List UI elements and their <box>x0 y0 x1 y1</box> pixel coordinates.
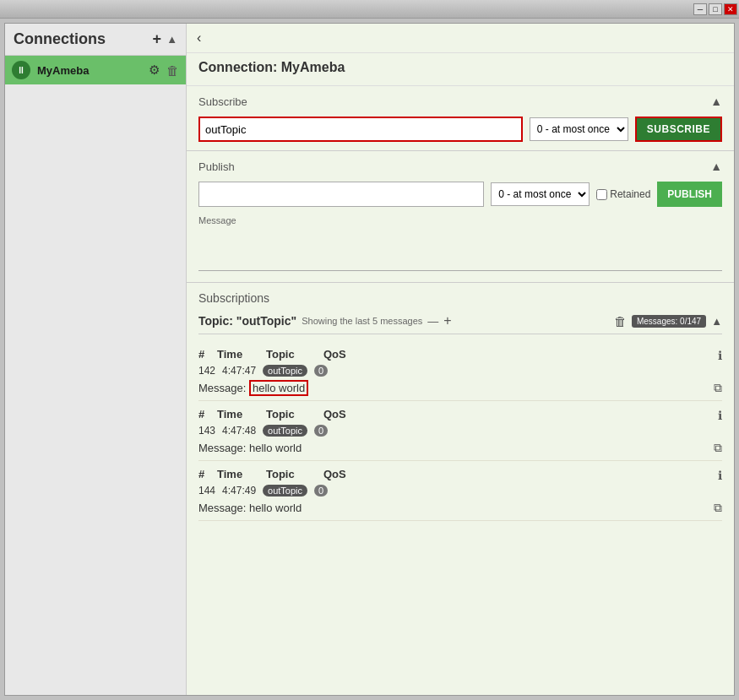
msg-detail-row-2: 143 4:47:48 outTopic 0 <box>198 425 722 439</box>
maximize-button[interactable]: □ <box>709 3 722 15</box>
subscriptions-label: Subscriptions <box>198 291 722 305</box>
msg-content-1: Message: hello world <box>198 382 714 394</box>
right-panel: ‹ Connection: MyAmeba Subscribe ▲ 0 - at… <box>187 24 734 695</box>
title-bar: ─ □ ✕ <box>0 0 739 19</box>
topic-collapse-icon[interactable]: ▲ <box>711 315 722 328</box>
message-entry-1: # Time Topic QoS ℹ 142 4:47:47 outTopic … <box>198 341 722 401</box>
msg-text-highlighted-1: hello world <box>249 380 308 396</box>
msg-topic-badge-3: outTopic <box>263 485 307 497</box>
subscribe-section: Subscribe ▲ 0 - at most once 1 - at leas… <box>187 86 734 151</box>
sidebar-title: Connections <box>14 30 106 48</box>
subscriptions-section: Subscriptions Topic: "outTopic" Showing … <box>187 283 734 529</box>
collapse-sidebar-icon[interactable]: ▲ <box>166 33 177 46</box>
msg-content-row-2: Message: hello world ⧉ <box>198 441 722 455</box>
msg-meta-1: # Time Topic QoS <box>198 346 357 362</box>
topic-header-icons: 🗑 Messages: 0/147 ▲ <box>614 314 722 328</box>
subscribe-collapse-btn[interactable]: ▲ <box>710 95 722 108</box>
col-qos-label-1: QoS <box>323 348 357 361</box>
msg-content-3: Message: hello world <box>198 502 714 514</box>
connection-item[interactable]: II MyAmeba ⚙ 🗑 <box>5 56 186 84</box>
col-topic-label-3: Topic <box>266 468 317 480</box>
topic-name: Topic: "outTopic" <box>198 314 296 328</box>
sidebar-header: Connections + ▲ <box>5 24 186 56</box>
col-headers-3: # Time Topic QoS <box>198 466 357 482</box>
publish-section: Publish ▲ 0 - at most once 1 - at least … <box>187 151 734 283</box>
msg-info-icon-2[interactable]: ℹ <box>718 409 722 422</box>
col-hash-1: # <box>198 348 210 361</box>
publish-button[interactable]: PUBLISH <box>657 182 722 207</box>
message-entry-2: # Time Topic QoS ℹ 143 4:47:48 outTopic … <box>198 401 722 461</box>
close-button[interactable]: ✕ <box>724 3 737 15</box>
col-time-label-1: Time <box>217 348 259 361</box>
message-label: Message <box>198 215 722 225</box>
col-topic-label-1: Topic <box>266 348 317 361</box>
col-headers-1: # Time Topic QoS <box>198 346 357 362</box>
message-area: Message <box>198 215 722 274</box>
col-qos-label-3: QoS <box>323 468 357 480</box>
msg-qos-badge-1: 0 <box>314 365 328 377</box>
sidebar: Connections + ▲ II MyAmeba ⚙ 🗑 <box>5 24 187 695</box>
msg-detail-row-3: 144 4:47:49 outTopic 0 <box>198 485 722 499</box>
msg-copy-icon-1[interactable]: ⧉ <box>714 381 722 395</box>
main-window: Connections + ▲ II MyAmeba ⚙ 🗑 ‹ Connect… <box>4 23 735 696</box>
publish-topic-input[interactable] <box>198 182 484 207</box>
col-headers-2: # Time Topic QoS <box>198 406 357 422</box>
msg-meta-2: # Time Topic QoS <box>198 406 357 422</box>
connection-status-badge: II <box>12 61 30 79</box>
col-topic-label-2: Topic <box>266 408 317 421</box>
message-entry-3: # Time Topic QoS ℹ 144 4:47:49 outTopic … <box>198 461 722 521</box>
msg-topic-badge-2: outTopic <box>263 425 307 437</box>
publish-row: 0 - at most once 1 - at least once 2 - e… <box>198 182 722 207</box>
msg-topic-badge-1: outTopic <box>263 365 307 377</box>
topic-dash-icon: — <box>427 315 438 328</box>
publish-qos-select[interactable]: 0 - at most once 1 - at least once 2 - e… <box>491 182 590 206</box>
publish-section-header: Publish ▲ <box>198 160 722 173</box>
msg-content-row-3: Message: hello world ⧉ <box>198 501 722 515</box>
col-hash-3: # <box>198 468 210 480</box>
col-time-label-3: Time <box>217 468 259 480</box>
topic-plus-icon[interactable]: + <box>443 313 451 328</box>
msg-info-icon-1[interactable]: ℹ <box>718 349 722 362</box>
retained-checkbox[interactable] <box>596 189 607 200</box>
retained-label: Retained <box>596 188 650 200</box>
topic-trash-icon[interactable]: 🗑 <box>614 314 627 328</box>
messages-badge: Messages: 0/147 <box>632 315 706 328</box>
msg-copy-icon-3[interactable]: ⧉ <box>714 501 722 515</box>
publish-collapse-btn[interactable]: ▲ <box>710 160 722 173</box>
connection-trash-icon[interactable]: 🗑 <box>166 63 179 78</box>
sidebar-header-icons: + ▲ <box>153 30 177 48</box>
msg-detail-row-1: 142 4:47:47 outTopic 0 <box>198 365 722 379</box>
msg-meta-3: # Time Topic QoS <box>198 466 357 482</box>
col-time-label-2: Time <box>217 408 259 421</box>
msg-detail-1: 142 4:47:47 outTopic 0 <box>198 365 722 377</box>
minimize-button[interactable]: ─ <box>693 3 707 15</box>
col-hash-2: # <box>198 408 210 421</box>
msg-meta-row-2: # Time Topic QoS ℹ <box>198 406 722 425</box>
msg-qos-badge-2: 0 <box>314 425 328 437</box>
subscribe-row: 0 - at most once 1 - at least once 2 - e… <box>198 117 722 142</box>
msg-content-row-1: Message: hello world ⧉ <box>198 381 722 395</box>
msg-content-2: Message: hello world <box>198 442 714 454</box>
message-textarea[interactable] <box>198 229 722 271</box>
publish-label: Publish <box>198 160 235 173</box>
msg-detail-3: 144 4:47:49 outTopic 0 <box>198 485 722 497</box>
back-arrow[interactable]: ‹ <box>187 24 734 53</box>
subscribe-section-header: Subscribe ▲ <box>198 95 722 108</box>
topic-header: Topic: "outTopic" Showing the last 5 mes… <box>198 313 722 334</box>
connection-name: MyAmeba <box>37 64 142 77</box>
add-connection-icon[interactable]: + <box>153 30 162 48</box>
msg-meta-row-3: # Time Topic QoS ℹ <box>198 466 722 485</box>
subscribe-button[interactable]: SUBSCRIBE <box>635 117 722 142</box>
subscribe-topic-input[interactable] <box>198 117 523 142</box>
msg-info-icon-3[interactable]: ℹ <box>718 469 722 482</box>
msg-copy-icon-2[interactable]: ⧉ <box>714 441 722 455</box>
subscribe-label: Subscribe <box>198 95 247 108</box>
connection-title: Connection: MyAmeba <box>187 53 734 86</box>
col-qos-label-2: QoS <box>323 408 357 421</box>
msg-detail-2: 143 4:47:48 outTopic 0 <box>198 425 722 437</box>
msg-meta-row-1: # Time Topic QoS ℹ <box>198 346 722 365</box>
msg-qos-badge-3: 0 <box>314 485 328 497</box>
topic-showing: Showing the last 5 messages <box>302 316 422 326</box>
connection-settings-icon[interactable]: ⚙ <box>149 62 160 78</box>
subscribe-qos-select[interactable]: 0 - at most once 1 - at least once 2 - e… <box>530 117 628 141</box>
